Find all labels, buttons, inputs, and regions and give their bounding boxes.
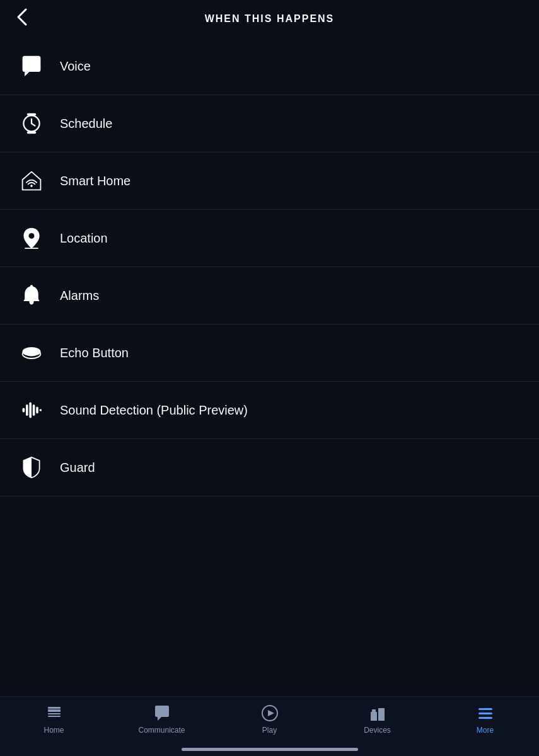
menu-item-alarms[interactable]: Alarms — [0, 267, 539, 324]
play-nav-icon — [261, 704, 279, 722]
bottom-nav: Home Communicate Play D — [0, 696, 539, 756]
svg-rect-12 — [26, 404, 28, 416]
svg-rect-16 — [40, 409, 42, 411]
play-nav-label: Play — [262, 726, 277, 735]
menu-item-location[interactable]: Location — [0, 210, 539, 267]
nav-item-devices[interactable]: Devices — [323, 704, 431, 735]
svg-rect-24 — [378, 708, 385, 721]
menu-label-schedule: Schedule — [60, 117, 112, 131]
home-nav-label: Home — [43, 726, 64, 735]
svg-marker-22 — [268, 710, 274, 716]
schedule-icon — [16, 108, 47, 139]
svg-rect-14 — [33, 404, 35, 416]
page-title: WHEN THIS HAPPENS — [205, 13, 335, 25]
home-nav-icon — [45, 704, 63, 722]
menu-label-echo-button: Echo Button — [60, 346, 129, 360]
voice-icon — [16, 50, 47, 82]
back-button[interactable] — [13, 4, 32, 34]
svg-rect-20 — [48, 707, 61, 709]
home-indicator — [182, 748, 358, 751]
nav-item-home[interactable]: Home — [0, 704, 108, 735]
header: WHEN THIS HAPPENS — [0, 0, 539, 38]
menu-item-guard[interactable]: Guard — [0, 439, 539, 496]
menu-item-schedule[interactable]: Schedule — [0, 95, 539, 152]
communicate-nav-icon — [153, 704, 171, 722]
devices-nav-label: Devices — [364, 726, 391, 735]
nav-item-more[interactable]: More — [431, 704, 539, 735]
menu-label-sound-detection: Sound Detection (Public Preview) — [60, 403, 248, 418]
alarms-icon — [16, 280, 47, 311]
guard-icon — [16, 452, 47, 483]
menu-label-voice: Voice — [60, 59, 91, 74]
svg-rect-11 — [23, 408, 25, 412]
menu-label-guard: Guard — [60, 461, 95, 475]
sound-detection-icon — [16, 394, 47, 426]
devices-nav-icon — [369, 704, 386, 722]
svg-rect-23 — [371, 712, 377, 721]
svg-rect-27 — [478, 713, 492, 714]
nav-item-communicate[interactable]: Communicate — [108, 704, 216, 735]
svg-point-5 — [30, 185, 33, 187]
location-icon — [16, 222, 47, 254]
echo-button-icon — [16, 337, 47, 369]
menu-list: Voice Schedule S — [0, 38, 539, 496]
menu-item-sound-detection[interactable]: Sound Detection (Public Preview) — [0, 382, 539, 439]
menu-item-voice[interactable]: Voice — [0, 38, 539, 95]
menu-item-smart-home[interactable]: Smart Home — [0, 152, 539, 210]
menu-item-echo-button[interactable]: Echo Button — [0, 324, 539, 382]
svg-rect-17 — [48, 709, 61, 712]
menu-label-location: Location — [60, 231, 108, 246]
menu-label-alarms: Alarms — [60, 289, 99, 303]
svg-rect-19 — [48, 716, 61, 717]
svg-rect-28 — [478, 717, 492, 719]
communicate-nav-label: Communicate — [138, 726, 185, 735]
svg-point-6 — [29, 233, 35, 239]
svg-line-4 — [32, 123, 35, 126]
svg-point-10 — [23, 347, 41, 356]
svg-rect-26 — [478, 708, 492, 710]
nav-item-play[interactable]: Play — [216, 704, 323, 735]
svg-rect-15 — [36, 407, 38, 414]
more-nav-icon — [477, 704, 494, 722]
svg-rect-13 — [29, 402, 32, 418]
menu-label-smart-home: Smart Home — [60, 174, 130, 188]
svg-rect-25 — [372, 709, 376, 712]
more-nav-label: More — [477, 726, 494, 735]
svg-rect-18 — [48, 713, 61, 714]
svg-rect-7 — [25, 248, 38, 249]
smart-home-icon — [16, 165, 47, 197]
svg-point-8 — [30, 285, 33, 288]
